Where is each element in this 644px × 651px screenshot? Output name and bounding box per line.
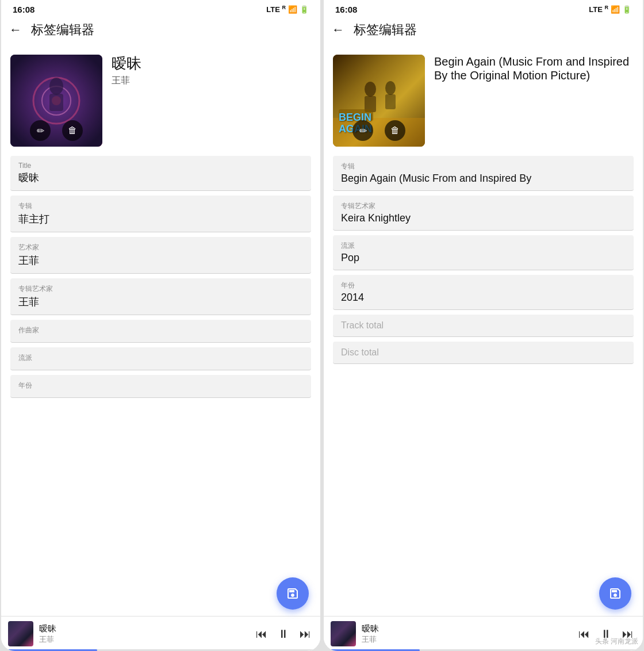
watermark: 头条 河南龙派 <box>595 637 638 646</box>
right-network: LTE R <box>589 5 608 14</box>
svg-rect-10 <box>385 94 396 109</box>
right-time: 16:08 <box>335 5 357 14</box>
right-mini-title: 暧昧 <box>362 623 576 634</box>
right-status-bar: 16:08 LTE R 📶 🔋 <box>324 0 643 17</box>
right-mini-album-art <box>331 621 356 646</box>
app-container: 16:08 LTE R 📶 🔋 ← 标签编辑器 <box>0 0 644 651</box>
right-field-album-label: 专辑 <box>341 162 626 171</box>
left-field-album-artist[interactable]: 专辑艺术家 王菲 <box>10 278 311 315</box>
left-back-button[interactable]: ← <box>7 20 24 40</box>
right-field-album-artist[interactable]: 专辑艺术家 Keira Knightley <box>333 196 634 231</box>
left-field-album-value: 菲主打 <box>18 212 303 226</box>
left-mini-album-art <box>8 621 33 646</box>
right-field-year[interactable]: 年份 2014 <box>333 275 634 310</box>
left-page-title: 标签编辑器 <box>31 21 94 39</box>
right-album-art-overlay: ✏ 🗑 <box>352 120 405 141</box>
left-edit-art-button[interactable]: ✏ <box>30 120 51 141</box>
svg-point-7 <box>365 82 376 97</box>
left-album-artist: 王菲 <box>112 75 311 87</box>
svg-point-4 <box>49 78 63 95</box>
right-save-icon <box>608 587 622 600</box>
right-fields-section: 专辑 Begin Again (Music From and Inspired … <box>324 156 643 369</box>
left-field-year-label: 年份 <box>18 381 303 390</box>
left-panel: 16:08 LTE R 📶 🔋 ← 标签编辑器 <box>1 0 320 651</box>
left-mini-artist: 王菲 <box>39 634 254 645</box>
left-field-composer[interactable]: 作曲家 <box>10 320 311 343</box>
left-field-artist-value: 王菲 <box>18 254 303 267</box>
right-page-title: 标签编辑器 <box>354 21 417 39</box>
left-album-section: ✏ 🗑 暧昧 王菲 <box>1 45 320 156</box>
left-signal-icon: 📶 <box>288 5 297 14</box>
left-mini-controls: ⏮ ⏸ ⏭ <box>254 625 313 643</box>
left-field-title-label: Title <box>18 162 303 170</box>
left-save-icon <box>286 587 300 600</box>
left-fab-save[interactable] <box>277 577 309 610</box>
right-back-button[interactable]: ← <box>329 20 347 40</box>
left-network: LTE R <box>266 5 286 14</box>
right-field-genre[interactable]: 流派 Pop <box>333 235 634 270</box>
right-album-title: Begin Again (Music From and Inspired By … <box>434 55 634 82</box>
right-mini-artist: 王菲 <box>362 634 576 645</box>
right-field-genre-label: 流派 <box>341 241 626 251</box>
left-fields-scroll: Title 暧昧 专辑 菲主打 艺术家 王菲 专辑艺术家 王菲 作曲家 <box>1 156 320 616</box>
left-album-title: 暧昧 <box>112 55 311 72</box>
right-album-info: Begin Again (Music From and Inspired By … <box>434 55 634 82</box>
right-album-art: BEGINAGAIN ✏ 🗑 <box>333 55 425 147</box>
svg-point-9 <box>385 81 396 95</box>
panel-divider <box>321 0 323 651</box>
right-field-disc-total-placeholder: Disc total <box>341 347 626 358</box>
right-mini-info: 暧昧 王菲 <box>362 623 576 645</box>
left-album-art-overlay: ✏ 🗑 <box>30 120 83 141</box>
left-field-composer-label: 作曲家 <box>18 326 303 335</box>
right-field-disc-total[interactable]: Disc total <box>333 342 634 364</box>
right-field-track-total-placeholder: Track total <box>341 320 626 331</box>
left-next-button[interactable]: ⏭ <box>297 625 313 643</box>
right-field-genre-value: Pop <box>341 252 626 264</box>
left-fields-section: Title 暧昧 专辑 菲主打 艺术家 王菲 专辑艺术家 王菲 作曲家 <box>1 156 320 403</box>
left-album-info: 暧昧 王菲 <box>112 55 311 87</box>
left-field-title[interactable]: Title 暧昧 <box>10 156 311 191</box>
right-top-bar: ← 标签编辑器 <box>324 17 643 45</box>
right-field-year-label: 年份 <box>341 281 626 290</box>
left-field-genre[interactable]: 流派 <box>10 347 311 370</box>
left-field-album-artist-value: 王菲 <box>18 295 303 309</box>
right-panel: 16:08 LTE R 📶 🔋 ← 标签编辑器 <box>324 0 643 651</box>
left-top-bar: ← 标签编辑器 <box>1 17 320 45</box>
right-field-album-artist-label: 专辑艺术家 <box>341 201 626 211</box>
right-field-album-value: Begin Again (Music From and Inspired By <box>341 173 626 185</box>
right-field-album[interactable]: 专辑 Begin Again (Music From and Inspired … <box>333 156 634 191</box>
left-field-year[interactable]: 年份 <box>10 375 311 398</box>
left-field-title-value: 暧昧 <box>18 171 303 185</box>
right-field-track-total[interactable]: Track total <box>333 315 634 337</box>
left-album-art: ✏ 🗑 <box>10 55 102 147</box>
left-mini-player: 暧昧 王菲 ⏮ ⏸ ⏭ <box>1 616 320 651</box>
left-status-right: LTE R 📶 🔋 <box>266 5 309 14</box>
right-field-year-value: 2014 <box>341 292 626 304</box>
right-signal-icon: 📶 <box>611 5 620 14</box>
left-mini-title: 暧昧 <box>39 623 254 634</box>
right-field-album-artist-value: Keira Knightley <box>341 212 626 224</box>
right-prev-button[interactable]: ⏮ <box>576 625 592 643</box>
svg-rect-5 <box>49 94 63 111</box>
right-fab-save[interactable] <box>599 577 631 610</box>
left-mini-info: 暧昧 王菲 <box>39 623 254 645</box>
left-delete-art-button[interactable]: 🗑 <box>62 120 83 141</box>
left-field-genre-label: 流派 <box>18 353 303 363</box>
left-field-artist-label: 艺术家 <box>18 243 303 252</box>
right-edit-art-button[interactable]: ✏ <box>352 120 373 141</box>
left-status-bar: 16:08 LTE R 📶 🔋 <box>1 0 320 17</box>
left-battery-icon: 🔋 <box>300 5 309 14</box>
left-pause-button[interactable]: ⏸ <box>275 625 292 643</box>
right-delete-art-button[interactable]: 🗑 <box>385 120 405 141</box>
left-field-album[interactable]: 专辑 菲主打 <box>10 196 311 232</box>
right-battery-icon: 🔋 <box>622 5 631 14</box>
right-album-section: BEGINAGAIN ✏ 🗑 Begin Again (Music From a… <box>324 45 643 156</box>
left-field-album-label: 专辑 <box>18 201 303 211</box>
left-time: 16:08 <box>13 5 34 14</box>
left-field-album-artist-label: 专辑艺术家 <box>18 284 303 294</box>
left-prev-button[interactable]: ⏮ <box>254 625 270 643</box>
right-status-right: LTE R 📶 🔋 <box>589 5 631 14</box>
left-field-artist[interactable]: 艺术家 王菲 <box>10 237 311 274</box>
right-fields-scroll: 专辑 Begin Again (Music From and Inspired … <box>324 156 643 616</box>
